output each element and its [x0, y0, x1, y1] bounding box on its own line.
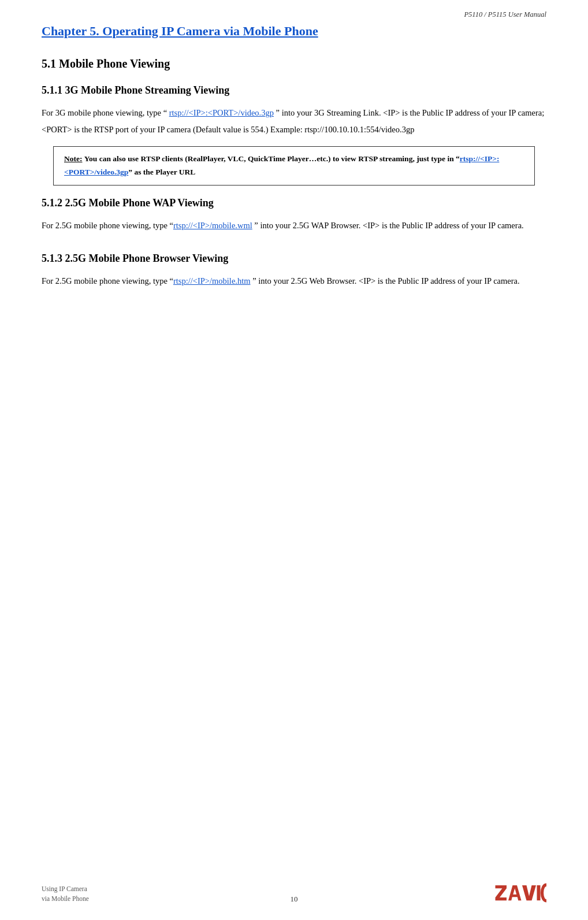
subsection-5-1-1-title: 5.1.1 3G Mobile Phone Streaming Viewing	[42, 84, 546, 97]
page-container: P5110 / P5115 User Manual Chapter 5. Ope…	[0, 0, 588, 920]
note-after-link: ” as the Player URL	[128, 168, 195, 176]
rtsp-wml-link[interactable]: rtsp://<IP>/mobile.wml	[173, 221, 252, 230]
rtsp-3gp-link[interactable]: rtsp://<IP>:<PORT>/video.3gp	[169, 108, 274, 117]
section-5-1-2-para1: For 2.5G mobile phone viewing, type “rts…	[42, 217, 546, 234]
subsection-5-1-2-title: 5.1.2 2.5G Mobile Phone WAP Viewing	[42, 197, 546, 209]
footer-line1: Using IP Camera	[42, 884, 89, 894]
note-label: Note:	[64, 154, 82, 163]
section-5-1-title: 5.1 Mobile Phone Viewing	[42, 57, 546, 71]
footer-line2: via Mobile Phone	[42, 894, 89, 904]
chapter-title: Chapter 5. Operating IP Camera via Mobil…	[42, 24, 546, 39]
footer: Using IP Camera via Mobile Phone 10	[0, 882, 588, 904]
section-5-1-3-para1: For 2.5G mobile phone viewing, type “rts…	[42, 273, 546, 290]
footer-left: Using IP Camera via Mobile Phone	[42, 884, 89, 904]
zavio-logo-svg	[494, 882, 546, 904]
footer-logo	[494, 882, 546, 904]
manual-title: P5110 / P5115 User Manual	[464, 10, 546, 18]
subsection-5-1-3-title: 5.1.3 2.5G Mobile Phone Browser Viewing	[42, 253, 546, 265]
rtsp-htm-link[interactable]: rtsp://<IP>/mobile.htm	[173, 276, 251, 285]
section-5-1-1-para1: For 3G mobile phone viewing, type “ rtsp…	[42, 105, 546, 138]
note-box: Note: You can also use RTSP clients (Rea…	[53, 146, 535, 186]
svg-marker-0	[496, 885, 507, 900]
note-main-text: You can also use RTSP clients (RealPlaye…	[84, 154, 460, 163]
page-number: 10	[291, 895, 298, 904]
svg-rect-1	[537, 885, 541, 900]
page-header: P5110 / P5115 User Manual	[42, 10, 546, 19]
